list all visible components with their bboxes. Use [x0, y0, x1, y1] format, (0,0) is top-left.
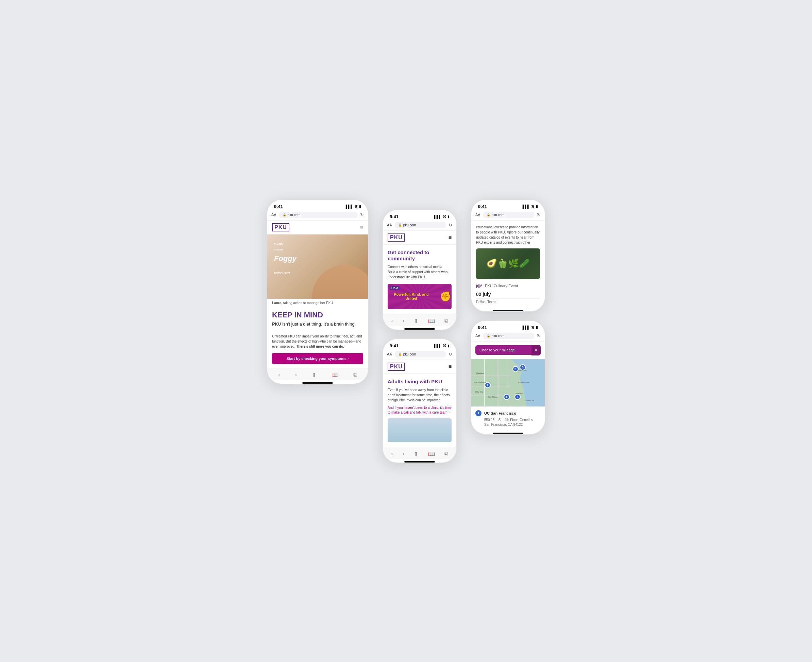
banner-fist-icon: ✊ [440, 291, 451, 302]
location-header: 1 UC San Francisco [475, 410, 541, 416]
home-indicator-events [493, 310, 523, 311]
map-pin-4: 4 [504, 394, 510, 400]
phone-community: 9:41 ▌▌▌ ⌘ ▮ AA 🔒 pku.com ↻ PKU ≡ [382, 209, 457, 330]
time-map: 9:41 [478, 325, 487, 330]
adults-content: Adults living with PKU Even if you've be… [383, 374, 456, 447]
home-indicator-large [302, 382, 333, 384]
bottom-bar-large: ‹ › ⬆ 📖 ⧉ [267, 368, 368, 380]
url-pill-e[interactable]: 🔒 pku.com [483, 212, 534, 218]
tabs-icon-c[interactable]: ⧉ [445, 318, 448, 324]
url-pill-c[interactable]: 🔒 pku.com [395, 222, 446, 228]
menu-icon-large[interactable]: ≡ [360, 224, 363, 230]
status-bar-events: 9:41 ▌▌▌ ⌘ ▮ [471, 200, 545, 210]
food-icons: 🥑🫑🌿🥒 [476, 248, 540, 279]
reload-icon-a[interactable]: ↻ [448, 352, 452, 357]
lock-icon-m: 🔒 [487, 334, 490, 337]
tabs-icon-a[interactable]: ⧉ [445, 451, 448, 457]
url-bar-events[interactable]: AA 🔒 pku.com ↻ [471, 210, 545, 220]
lock-icon-e: 🔒 [487, 213, 490, 217]
main-canvas: 9:41 ▌▌▌ ⌘ ▮ AA 🔒 pku.com ↻ PKU ≡ [267, 199, 545, 463]
status-icons-large: ▌▌▌ ⌘ ▮ [346, 204, 361, 208]
adults-image [388, 418, 451, 442]
pku-banner: PKU Powerful, Kind, and United ✊ [388, 284, 451, 309]
lock-icon: 🔒 [283, 213, 286, 217]
phone-large: 9:41 ▌▌▌ ⌘ ▮ AA 🔒 pku.com ↻ PKU ≡ [267, 199, 369, 384]
mileage-dropdown-btn[interactable]: ▾ [532, 345, 541, 355]
hero-caption: Laura, taking action to manage her PKU. [267, 299, 368, 307]
reload-icon-m[interactable]: ↻ [537, 333, 541, 339]
wifi-icon-m: ⌘ [531, 326, 535, 329]
events-body: educational events to provide informatio… [476, 225, 540, 245]
back-icon[interactable]: ‹ [278, 372, 280, 378]
book-icon-c[interactable]: 📖 [428, 318, 435, 324]
community-title: Get connected to community [388, 249, 451, 262]
events-content: educational events to provide informatio… [471, 220, 545, 308]
reload-icon-c[interactable]: ↻ [448, 223, 452, 228]
wifi-icon-c: ⌘ [443, 215, 446, 219]
url-bar-large[interactable]: AA 🔒 pku.com ↻ [267, 210, 368, 220]
map-pin-1: 1 [485, 382, 491, 388]
time-adults: 9:41 [390, 343, 398, 348]
share-icon-c[interactable]: ⬆ [414, 318, 418, 324]
book-icon-a[interactable]: 📖 [428, 451, 435, 457]
menu-icon-adults[interactable]: ≡ [448, 364, 451, 370]
reload-icon-e[interactable]: ↻ [537, 212, 541, 217]
adults-cta-text[interactable]: And if you haven't been to a clinic, it'… [388, 405, 451, 415]
aa-label: AA [271, 213, 276, 217]
url-text-e: pku.com [492, 213, 504, 217]
menu-icon-community[interactable]: ≡ [448, 235, 451, 241]
status-icons-events: ▌▌▌ ⌘ ▮ [523, 204, 538, 208]
url-bar-community[interactable]: AA 🔒 pku.com ↻ [383, 220, 456, 231]
url-pill-a[interactable]: 🔒 pku.com [395, 351, 446, 358]
mileage-dropdown[interactable]: Choose your mileage [475, 345, 532, 355]
word-foggy: Foggy [274, 252, 296, 264]
status-icons-community: ▌▌▌ ⌘ ▮ [434, 215, 450, 219]
url-pill-m[interactable]: 🔒 pku.com [483, 333, 534, 339]
url-bar-adults[interactable]: AA 🔒 pku.com ↻ [383, 350, 456, 360]
phone-adults: 9:41 ▌▌▌ ⌘ ▮ AA 🔒 pku.com ↻ PKU ≡ [382, 339, 457, 463]
url-bar-map[interactable]: AA 🔒 pku.com ↻ [471, 331, 545, 342]
status-bar-large: 9:41 ▌▌▌ ⌘ ▮ [267, 200, 368, 210]
back-icon-c[interactable]: ‹ [391, 318, 393, 324]
wifi-icon: ⌘ [354, 204, 358, 208]
battery-icon: ▮ [359, 204, 361, 208]
nav-community: PKU ≡ [383, 231, 456, 245]
person-silhouette [300, 235, 368, 299]
location-num: 1 [475, 410, 482, 416]
signal-icon-m: ▌▌▌ [523, 326, 530, 329]
aa-label-c: AA [387, 223, 392, 227]
wifi-icon-a: ⌘ [443, 344, 446, 348]
book-icon[interactable]: 📖 [332, 372, 338, 378]
home-indicator-adults [404, 461, 435, 463]
tabs-icon[interactable]: ⧉ [353, 372, 357, 378]
back-icon-a[interactable]: ‹ [391, 451, 393, 457]
banner-inner: Powerful, Kind, and United ✊ [388, 291, 451, 302]
forward-icon-c[interactable]: › [403, 318, 404, 324]
culinary-icon: 🍽 [476, 283, 482, 289]
svg-text:Union City: Union City [525, 399, 534, 401]
banner-text: Powerful, Kind, and United [388, 292, 435, 300]
battery-icon-e: ▮ [536, 204, 538, 208]
forward-icon[interactable]: › [295, 372, 297, 378]
share-icon[interactable]: ⬆ [312, 372, 316, 378]
caption-name: Laura, [272, 301, 282, 305]
map-area: Oakland San Francisco Daly City San Mate… [471, 359, 545, 407]
banner-pku-label: PKU [390, 286, 400, 290]
url-text-c: pku.com [403, 223, 416, 227]
symptoms-cta-button[interactable]: Start by checking your symptoms › [272, 353, 363, 364]
reload-icon[interactable]: ↻ [360, 212, 364, 217]
event-meta: 🍽 PKU Culinary Event [476, 283, 540, 289]
url-pill[interactable]: 🔒 pku.com [279, 212, 358, 218]
status-bar-adults: 9:41 ▌▌▌ ⌘ ▮ [383, 339, 456, 350]
mileage-bar: Choose your mileage ▾ [471, 342, 545, 359]
status-icons-adults: ▌▌▌ ⌘ ▮ [434, 344, 450, 348]
divider [272, 330, 313, 330]
share-icon-a[interactable]: ⬆ [414, 451, 418, 457]
forward-icon-a[interactable]: › [403, 451, 404, 457]
bottom-bar-community: ‹ › ⬆ 📖 ⧉ [383, 314, 456, 326]
adults-title: Adults living with PKU [388, 379, 451, 385]
time-community: 9:41 [390, 214, 398, 219]
url-text: pku.com [288, 213, 301, 217]
col-left: 9:41 ▌▌▌ ⌘ ▮ AA 🔒 pku.com ↻ PKU ≡ [267, 199, 369, 384]
svg-text:Oakland: Oakland [476, 372, 484, 374]
